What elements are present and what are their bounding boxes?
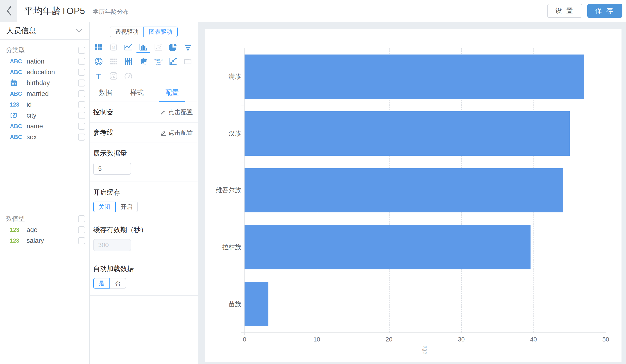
y-category-label: 汉族	[174, 129, 241, 138]
edit-pencil-icon	[160, 109, 167, 115]
field-row-name[interactable]: ABC name	[0, 121, 89, 131]
cache-ttl-input[interactable]	[93, 239, 131, 251]
field-checkbox[interactable]	[78, 69, 85, 76]
counter-chart-icon[interactable]: 8	[109, 42, 118, 52]
save-button[interactable]: 保 存	[587, 4, 622, 18]
text-label-icon[interactable]: T	[94, 71, 103, 81]
chart-bar[interactable]	[244, 225, 531, 269]
divider	[0, 208, 89, 208]
field-name: age	[27, 226, 37, 234]
field-row-id[interactable]: 123 id	[0, 99, 89, 110]
chevron-left-icon	[6, 5, 12, 16]
field-row-birthday[interactable]: birthday	[0, 78, 89, 88]
chart-card: age 01020304050满族汉族维吾尔族拉枯族苗族	[205, 29, 622, 362]
text-type-icon: ABC	[10, 90, 27, 97]
field-name: id	[27, 101, 32, 108]
display-count-input[interactable]	[93, 163, 131, 175]
text-type-icon: ABC	[10, 58, 27, 65]
field-checkbox[interactable]	[78, 80, 85, 86]
spacer	[0, 142, 89, 204]
controller-label: 控制器	[93, 107, 114, 117]
gridline	[606, 48, 606, 332]
field-checkbox[interactable]	[78, 112, 85, 119]
controller-configure-button[interactable]: 点击配置	[160, 108, 193, 116]
autoload-yes-button[interactable]: 是	[93, 278, 110, 288]
mode-pivot-button[interactable]: 透视驱动	[110, 27, 144, 37]
text-type-icon: ABC	[10, 69, 27, 76]
field-row-age[interactable]: 123 age	[0, 224, 89, 235]
parallel-chart-icon[interactable]	[124, 57, 133, 67]
scatter-chart-icon[interactable]	[154, 42, 162, 52]
bar-chart-icon[interactable]	[139, 42, 148, 52]
field-checkbox[interactable]	[78, 226, 85, 233]
gauge-chart-icon[interactable]	[124, 71, 133, 81]
y-tick-mark	[241, 105, 244, 105]
mode-toggle: 透视驱动 图表驱动	[90, 27, 198, 37]
chevron-down-icon	[76, 28, 83, 33]
funnel-chart-icon[interactable]	[183, 42, 192, 52]
display-count-label: 展示数据量	[93, 149, 193, 158]
y-tick-mark	[241, 276, 244, 276]
x-tick-label: 40	[530, 336, 537, 343]
measure-select-all-checkbox[interactable]	[78, 215, 85, 222]
pie-chart-icon[interactable]	[168, 42, 177, 52]
x-tick-label: 50	[602, 336, 609, 343]
crosstab-chart-icon[interactable]	[109, 57, 118, 67]
svg-text:T: T	[96, 72, 101, 81]
fields-sidebar: 人员信息 分类型 ABC nation ABC education birthd…	[0, 22, 90, 364]
svg-text:word: word	[154, 59, 160, 61]
tab-config[interactable]: 配置	[159, 86, 185, 102]
field-checkbox[interactable]	[78, 101, 85, 108]
china-map-icon[interactable]	[139, 57, 148, 67]
autoload-no-button[interactable]: 否	[110, 278, 126, 288]
calendar-icon	[10, 79, 27, 87]
field-checkbox[interactable]	[78, 123, 85, 130]
svg-text:cloud: cloud	[156, 61, 161, 64]
iframe-window-icon[interactable]	[183, 57, 192, 67]
field-checkbox[interactable]	[78, 90, 85, 97]
chart-bar[interactable]	[244, 111, 570, 156]
chart-bar[interactable]	[244, 54, 584, 99]
measure-section-label: 数值型	[6, 214, 25, 223]
location-map-icon	[10, 112, 27, 119]
page-title: 平均年龄TOP5	[24, 5, 85, 17]
radar-chart-icon[interactable]	[94, 57, 103, 67]
dimension-select-all-checkbox[interactable]	[78, 47, 85, 54]
cache-off-button[interactable]: 关闭	[93, 202, 116, 212]
mode-chart-button[interactable]: 图表驱动	[143, 27, 178, 37]
field-checkbox[interactable]	[78, 134, 85, 141]
wordcloud-chart-icon[interactable]: wordcloudagile Bitag	[154, 57, 162, 67]
controller-row: 控制器 点击配置	[90, 102, 198, 122]
tab-style[interactable]: 样式	[127, 86, 146, 102]
cache-on-button[interactable]: 开启	[115, 202, 138, 212]
field-row-city[interactable]: city	[0, 110, 89, 121]
field-checkbox[interactable]	[78, 237, 85, 244]
y-tick-mark	[241, 162, 244, 162]
display-count-block: 展示数据量	[90, 143, 198, 182]
line-chart-icon[interactable]	[124, 42, 133, 52]
field-row-nation[interactable]: ABC nation	[0, 56, 89, 67]
field-row-married[interactable]: ABC married	[0, 88, 89, 99]
y-category-label: 拉枯族	[174, 243, 241, 251]
mix-chart-icon[interactable]	[109, 71, 118, 81]
dataset-name: 人员信息	[6, 26, 36, 36]
back-button[interactable]	[0, 0, 17, 22]
chart-bar[interactable]	[244, 282, 269, 326]
field-name: birthday	[27, 79, 50, 87]
field-row-salary[interactable]: 123 salary	[0, 235, 89, 246]
table-chart-icon[interactable]	[94, 42, 103, 52]
panel-tabs: 数据 样式 配置	[90, 86, 198, 102]
x-tick-label: 30	[458, 336, 465, 343]
tab-data[interactable]: 数据	[96, 86, 115, 102]
field-row-sex[interactable]: ABC sex	[0, 131, 89, 142]
field-checkbox[interactable]	[78, 58, 85, 65]
field-row-education[interactable]: ABC education	[0, 67, 89, 78]
chart-bar[interactable]	[244, 168, 563, 213]
waterfall-chart-icon[interactable]	[168, 57, 177, 67]
settings-button[interactable]: 设 置	[547, 4, 582, 18]
number-type-icon: 123	[10, 101, 27, 108]
x-tick-label: 10	[313, 336, 320, 343]
svg-text:tag: tag	[161, 59, 162, 61]
field-name: education	[27, 69, 55, 76]
dataset-selector[interactable]: 人员信息	[0, 22, 89, 40]
